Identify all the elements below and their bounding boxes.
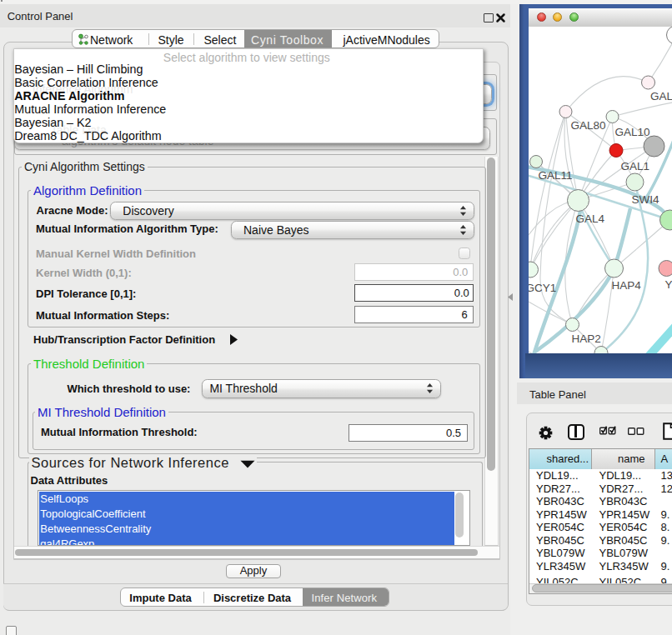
svg-text:HAP4: HAP4 [611,279,641,292]
svg-text:GAL2: GAL2 [650,90,672,102]
svg-text:GAL1: GAL1 [620,160,649,172]
svg-text:GCY1: GCY1 [529,282,556,294]
svg-text:GAL4: GAL4 [575,212,604,225]
svg-text:GAL10: GAL10 [614,126,649,138]
svg-text:HAP2: HAP2 [571,332,600,345]
svg-text:GAL11: GAL11 [538,169,572,182]
svg-text:SWI4: SWI4 [631,193,659,206]
svg-text:GAL80: GAL80 [570,119,605,132]
svg-text:Y: Y [664,278,672,291]
